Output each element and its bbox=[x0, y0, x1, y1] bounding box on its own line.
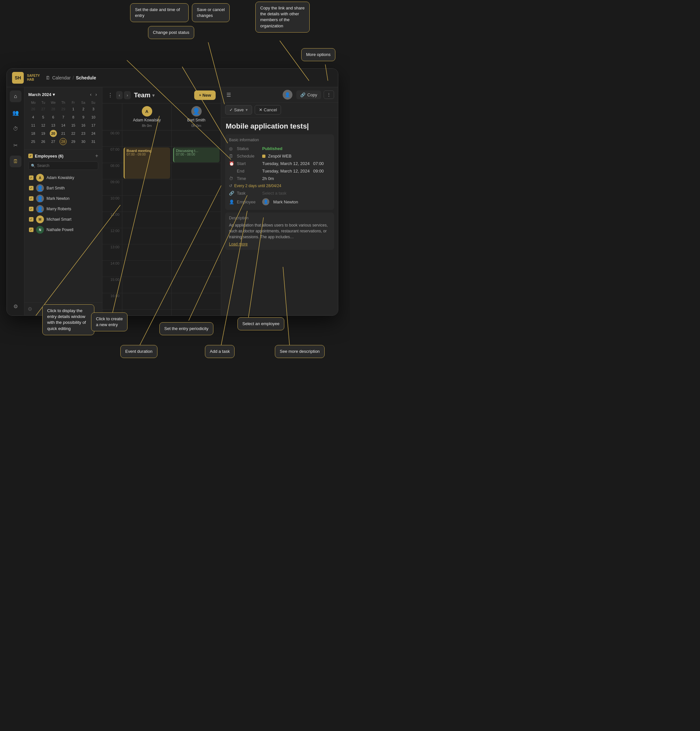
day-cell[interactable]: 4 bbox=[29, 114, 37, 121]
status-value[interactable]: Published bbox=[262, 146, 282, 151]
day-cell[interactable]: 3 bbox=[90, 106, 97, 113]
day-cell[interactable]: 22 bbox=[70, 130, 77, 137]
day-cell[interactable]: 26 bbox=[40, 138, 47, 145]
day-cell[interactable]: 8 bbox=[70, 114, 77, 121]
day-cell[interactable]: 12 bbox=[40, 122, 47, 129]
sidebar-icon-home[interactable]: ⌂ bbox=[10, 91, 22, 102]
link-icon: 🔗 bbox=[300, 92, 305, 97]
bart-column: Discussing t... 07:00 - 08:00 bbox=[171, 131, 221, 316]
day-cell-today[interactable]: 20 bbox=[50, 130, 57, 137]
day-cell[interactable]: 1 bbox=[70, 106, 77, 113]
logo: SH bbox=[12, 72, 24, 84]
tooltip-periodicity: Set the entry periodicity bbox=[160, 322, 213, 335]
sidebar-icon-users[interactable]: 👥 bbox=[10, 107, 22, 119]
sidebar-icon-tools[interactable]: ✂ bbox=[10, 139, 22, 151]
more-options-button[interactable]: ⋮ bbox=[324, 91, 334, 99]
day-cell[interactable]: 21 bbox=[60, 130, 67, 137]
breadcrumb-parent[interactable]: Calendar bbox=[52, 75, 70, 81]
next-month-button[interactable]: › bbox=[94, 91, 98, 98]
day-cell[interactable]: 17 bbox=[90, 122, 97, 129]
day-cell[interactable]: 30 bbox=[80, 138, 87, 145]
day-cell[interactable]: 14 bbox=[60, 122, 67, 129]
avatar-nathalie: N bbox=[36, 226, 44, 234]
breadcrumb-sep: / bbox=[73, 75, 74, 81]
end-value[interactable]: Tuesday, March 12, 2024 09:00 bbox=[262, 169, 324, 173]
day-cell[interactable]: 26 bbox=[29, 106, 37, 113]
employee-item-bart[interactable]: ✓ 👤 Bart Smith bbox=[28, 183, 98, 193]
repeat-row[interactable]: ↺ Every 2 days until 28/04/24 bbox=[229, 182, 330, 189]
day-cell[interactable]: 2 bbox=[80, 106, 87, 113]
day-cell[interactable]: 29 bbox=[70, 138, 77, 145]
mini-cal-grid: MoTu WeTh FrSa Su 26 27 28 29 1 2 3 bbox=[28, 100, 98, 145]
day-cell[interactable]: 6 bbox=[50, 114, 57, 121]
sidebar-icon-calendar[interactable]: 🗓 bbox=[10, 156, 22, 167]
avatar-marry: 👤 bbox=[36, 205, 44, 213]
next-week-button[interactable]: › bbox=[124, 91, 130, 99]
tooltip-date-time: Set the date and time of entry bbox=[130, 3, 189, 22]
sidebar-icon-settings[interactable]: ⚙ bbox=[10, 300, 22, 312]
event-board-meeting[interactable]: Board meeting 07:00 - 09:00 bbox=[124, 147, 170, 179]
new-entry-button[interactable]: + New bbox=[194, 91, 216, 100]
employee-item-nathalie[interactable]: ✓ N Nathalie Powell bbox=[28, 225, 98, 235]
sidebar: ⌂ 👥 ⏱ ✂ 🗓 ⚙ bbox=[7, 87, 24, 316]
time-slot-0600: 06:00 bbox=[103, 131, 122, 147]
repeat-icon: ↺ bbox=[229, 183, 232, 188]
day-cell[interactable]: 7 bbox=[60, 114, 67, 121]
employee-value[interactable]: Mark Newton bbox=[273, 200, 298, 204]
employee-item-mark[interactable]: ✓ 👤 Mark Newton bbox=[28, 193, 98, 204]
day-cell[interactable]: 29 bbox=[60, 106, 67, 113]
day-cell[interactable]: 31 bbox=[90, 138, 97, 145]
employee-item-michael[interactable]: ✓ M Michael Smart bbox=[28, 214, 98, 225]
event-discussing[interactable]: Discussing t... 07:00 - 08:00 bbox=[173, 147, 220, 162]
day-cell[interactable]: 28 bbox=[50, 106, 57, 113]
cancel-button[interactable]: ✕ Cancel bbox=[255, 105, 281, 114]
employee-row: 👤 Employee 👤 Mark Newton bbox=[229, 197, 330, 207]
day-cell[interactable]: 10 bbox=[90, 114, 97, 121]
team-selector[interactable]: Team ▾ bbox=[134, 91, 155, 99]
day-cell[interactable]: 27 bbox=[50, 138, 57, 145]
task-value[interactable]: Select a task bbox=[262, 191, 286, 195]
day-cell[interactable]: 13 bbox=[50, 122, 57, 129]
day-cell[interactable]: 25 bbox=[29, 138, 37, 145]
time-value: 2h 0m bbox=[262, 176, 274, 181]
employee-item-marry[interactable]: ✓ 👤 Marry Roberts bbox=[28, 204, 98, 214]
day-cell[interactable]: 16 bbox=[80, 122, 87, 129]
person-header-bart: 👤 Bart Smith 0h 0m bbox=[171, 104, 221, 130]
mini-cal-month: March 2024 ▾ bbox=[28, 92, 55, 97]
day-cell[interactable]: 15 bbox=[70, 122, 77, 129]
copy-link-button[interactable]: 🔗 Copy bbox=[296, 91, 321, 99]
day-cell[interactable]: 9 bbox=[80, 114, 87, 121]
day-cell[interactable]: 18 bbox=[29, 130, 37, 137]
employees-checkbox[interactable]: ✓ bbox=[28, 154, 33, 158]
schedule-value[interactable]: Zespół WEB bbox=[268, 154, 291, 159]
employee-item-adam[interactable]: ✓ A Adam Kowalsky bbox=[28, 173, 98, 183]
entry-title[interactable]: Mobile application tests| bbox=[221, 117, 338, 133]
employee-icon: 👤 bbox=[229, 200, 234, 204]
app-window: SH SAFETY HAB 🗓 Calendar / Schedule ⌂ 👥 … bbox=[6, 68, 338, 316]
settings-icon[interactable]: ⚙ bbox=[28, 306, 32, 312]
tooltip-employee: Select an employee bbox=[237, 317, 284, 330]
day-cell[interactable]: 5 bbox=[40, 114, 47, 121]
prev-week-button[interactable]: ‹ bbox=[116, 91, 123, 99]
employee-search-input[interactable] bbox=[28, 161, 98, 170]
day-cell[interactable]: 23 bbox=[80, 130, 87, 137]
day-cell[interactable]: 11 bbox=[29, 122, 37, 129]
day-cell[interactable]: 19 bbox=[40, 130, 47, 137]
prev-month-button[interactable]: ‹ bbox=[89, 91, 93, 98]
time-slot-0700: 07:00 bbox=[103, 147, 122, 163]
start-row: ⏰ Start Tuesday, March 12, 2024 07:00 bbox=[229, 160, 330, 167]
load-more-button[interactable]: Load more bbox=[229, 242, 247, 247]
schedule-body: 06:00 07:00 08:00 09:00 10:00 11:00 12:0… bbox=[103, 131, 221, 316]
sidebar-icon-clock[interactable]: ⏱ bbox=[10, 123, 22, 135]
options-button[interactable]: ⋮ bbox=[108, 92, 113, 98]
employees-section: ✓ Employees (6) + 🔍 ✓ A Adam Kowalsky ✓ bbox=[24, 150, 102, 302]
save-button[interactable]: ✓ Save ▾ bbox=[225, 105, 252, 114]
detail-menu-button[interactable]: ☰ bbox=[225, 91, 232, 99]
time-slot-1100: 11:00 bbox=[103, 212, 122, 228]
add-employee-button[interactable]: + bbox=[95, 153, 98, 159]
day-cell[interactable]: 27 bbox=[40, 106, 47, 113]
start-value[interactable]: Tuesday, March 12, 2024 07:00 bbox=[262, 161, 324, 166]
day-cell-selected[interactable]: 28 bbox=[60, 138, 67, 145]
person-header-adam: A Adam Kowalsky 8h 0m bbox=[122, 104, 171, 130]
day-cell[interactable]: 24 bbox=[90, 130, 97, 137]
